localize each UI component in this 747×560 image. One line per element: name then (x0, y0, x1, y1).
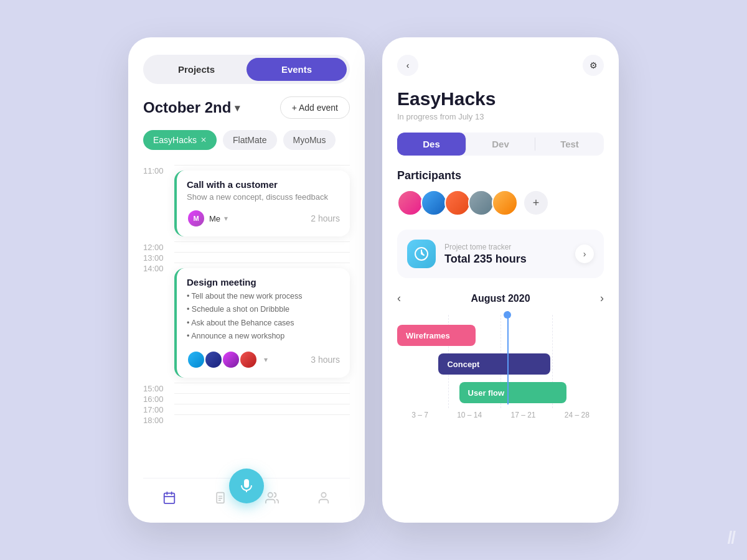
tab-test[interactable]: Test (535, 133, 604, 156)
gantt-bar-wireframes: Wireframes (397, 325, 476, 346)
tab-bar: Projects Events (143, 55, 350, 84)
timeline-dot (504, 311, 511, 319)
time-row-12: 12:00 (143, 241, 350, 252)
calendar-month-label: August 2020 (471, 293, 530, 304)
decorative-slashes: // (727, 528, 735, 548)
avatar-row-call: M Me ▾ (187, 209, 228, 228)
tracker-arrow-button[interactable]: › (575, 245, 594, 263)
tracker-icon (407, 240, 436, 268)
participant-1 (397, 190, 423, 216)
participant-3 (444, 190, 471, 216)
gantt-date-1: 3 – 7 (411, 411, 428, 419)
tab-des[interactable]: Des (397, 133, 466, 156)
right-phone: ‹ ⚙ EasyHacks In progress from July 13 D… (382, 37, 619, 523)
add-participant-button[interactable]: + (524, 191, 548, 215)
project-subtitle: In progress from July 13 (397, 112, 604, 121)
back-button[interactable]: ‹ (397, 55, 418, 76)
svg-point-9 (322, 493, 326, 497)
event-bullets-design: • Tell about the new work process • Sche… (187, 290, 340, 343)
time-row-17: 17:00 (143, 404, 350, 414)
chip-myomus[interactable]: MyoMus (283, 130, 336, 150)
calendar-header: ‹ August 2020 › (397, 292, 604, 305)
tracker-value: Total 235 hours (444, 253, 566, 266)
filter-row: EasyHacks ✕ FlatMate MyoMus (143, 130, 350, 150)
chip-easyhacks[interactable]: EasyHacks ✕ (143, 130, 217, 150)
gantt-bar-userflow: User flow (459, 382, 567, 403)
gantt-row-concept: Concept (397, 353, 604, 375)
date-label[interactable]: October 2nd ▾ (143, 99, 240, 116)
time-label-15: 15:00 (143, 383, 167, 393)
bottom-nav (143, 478, 350, 508)
timeline-line (507, 311, 509, 404)
participant-4 (468, 190, 494, 216)
gantt-chart: Wireframes Concept User flow 3 – 7 1 (397, 315, 604, 508)
tracker-info: Project tome tracker Total 235 hours (444, 243, 566, 266)
event-card-call[interactable]: Call with a customer Show a new concept,… (174, 170, 350, 236)
time-row-13: 13:00 (143, 252, 350, 263)
mic-fab-button[interactable] (229, 469, 264, 503)
project-title: EasyHacks (397, 88, 604, 110)
calendar-nav-icon[interactable] (162, 491, 176, 508)
time-label-17: 17:00 (143, 404, 167, 414)
time-row-11: 11:00 Call with a customer Show a new co… (143, 165, 350, 241)
time-label-11: 11:00 (143, 165, 167, 175)
date-row: October 2nd ▾ + Add event (143, 96, 350, 119)
time-label-18: 18:00 (143, 414, 167, 425)
time-label-12: 12:00 (143, 241, 167, 252)
time-row-14: 14:00 Design meeting • Tell about the ne… (143, 263, 350, 383)
assignee-label: Me (209, 214, 220, 223)
time-label-13: 13:00 (143, 252, 167, 263)
people-nav-icon[interactable] (265, 491, 279, 508)
svg-rect-0 (164, 493, 175, 504)
tracker-label: Project tome tracker (444, 243, 566, 251)
gear-button[interactable]: ⚙ (583, 55, 604, 76)
time-row-16: 16:00 (143, 393, 350, 404)
participant-5 (492, 190, 518, 216)
right-header: ‹ ⚙ (397, 55, 604, 76)
avatar-me: M (187, 209, 205, 228)
participant-2 (421, 190, 447, 216)
document-nav-icon[interactable] (214, 492, 227, 507)
time-label-16: 16:00 (143, 393, 167, 404)
calendar-prev-button[interactable]: ‹ (397, 292, 401, 305)
avatar-3 (222, 350, 240, 369)
right-tabs: Des Dev Test (397, 133, 604, 156)
event-hours-design: 3 hours (311, 355, 340, 365)
avatar-1 (187, 350, 205, 369)
time-row-18: 18:00 (143, 414, 350, 425)
assignee-chevron-icon: ▾ (224, 214, 228, 223)
tab-dev[interactable]: Dev (466, 133, 535, 156)
gantt-date-2: 10 – 14 (457, 411, 482, 419)
gantt-date-3: 17 – 21 (510, 411, 535, 419)
timeline: 11:00 Call with a customer Show a new co… (143, 165, 350, 473)
event-desc-call: Show a new concept, discuss feedback (187, 192, 340, 202)
calendar-next-button[interactable]: › (600, 292, 604, 305)
gantt-row-wireframes: Wireframes (397, 325, 604, 346)
participants-row: + (397, 190, 604, 216)
add-event-button[interactable]: + Add event (280, 96, 350, 119)
tab-events[interactable]: Events (247, 58, 347, 81)
left-phone: Projects Events October 2nd ▾ + Add even… (128, 37, 365, 523)
avatar-2 (204, 350, 223, 369)
time-label-14: 14:00 (143, 263, 167, 273)
date-chevron-icon: ▾ (235, 102, 240, 114)
tracker-card: Project tome tracker Total 235 hours › (397, 230, 604, 278)
person-nav-icon[interactable] (317, 491, 331, 508)
gantt-date-4: 24 – 28 (565, 411, 590, 419)
tab-projects[interactable]: Projects (146, 58, 247, 81)
svg-point-8 (268, 493, 272, 497)
chip-close-icon[interactable]: ✕ (200, 136, 207, 144)
event-title-call: Call with a customer (187, 179, 340, 190)
event-hours-call: 2 hours (311, 213, 340, 223)
participants-section-title: Participants (397, 169, 604, 182)
avatar-4 (239, 350, 258, 369)
avatar-row-design: ▾ (187, 350, 268, 369)
design-chevron-icon: ▾ (264, 355, 268, 364)
event-card-design[interactable]: Design meeting • Tell about the new work… (174, 268, 350, 378)
gantt-bar-concept: Concept (438, 353, 550, 375)
time-row-15: 15:00 (143, 383, 350, 393)
chip-flatmate[interactable]: FlatMate (223, 130, 276, 150)
gantt-dates: 3 – 7 10 – 14 17 – 21 24 – 28 (397, 411, 604, 419)
gantt-row-userflow: User flow (397, 382, 604, 403)
event-title-design: Design meeting (187, 277, 340, 287)
